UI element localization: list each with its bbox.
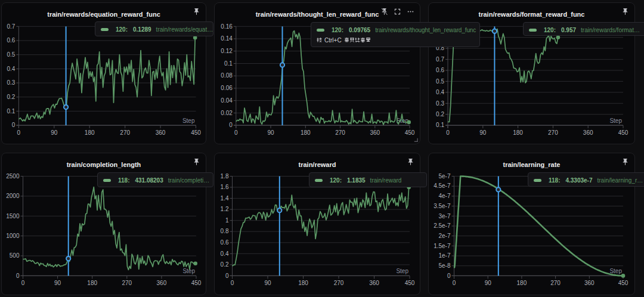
svg-text:0: 0 [229,122,233,128]
svg-text:270: 270 [335,129,345,136]
svg-text:0: 0 [231,280,234,286]
svg-text:2500: 2500 [6,173,20,180]
svg-text:0.2: 0.2 [7,94,15,100]
svg-text:Step: Step [182,117,195,124]
svg-text:0: 0 [225,273,229,279]
svg-text:360: 360 [157,280,167,286]
svg-text:1.5e-7: 1.5e-7 [434,243,451,249]
svg-text:180: 180 [87,280,97,286]
svg-text:360: 360 [584,280,595,286]
svg-text:1e-7: 1e-7 [438,252,450,259]
svg-text:0.02: 0.02 [221,110,233,116]
svg-text:Step: Step [609,268,622,274]
svg-text:1.6: 1.6 [221,184,229,190]
svg-text:0.4: 0.4 [7,66,15,72]
svg-text:450: 450 [191,280,202,286]
svg-text:500: 500 [10,252,20,259]
svg-text:270: 270 [122,280,132,286]
svg-text:0: 0 [446,129,450,136]
svg-text:0.1: 0.1 [7,108,15,115]
svg-text:0.2: 0.2 [221,261,229,268]
svg-text:1000: 1000 [6,233,20,239]
svg-text:0: 0 [453,280,456,286]
svg-text:0.2: 0.2 [436,111,444,117]
svg-text:0.06: 0.06 [221,85,233,91]
svg-text:180: 180 [301,129,311,136]
svg-text:0: 0 [21,280,25,286]
svg-text:0.6: 0.6 [436,67,444,73]
svg-text:90: 90 [51,129,58,136]
svg-text:90: 90 [54,280,61,286]
svg-text:0.12: 0.12 [221,48,233,54]
svg-text:0.7: 0.7 [436,56,444,63]
svg-text:270: 270 [334,280,344,286]
svg-text:0.6: 0.6 [7,37,15,44]
svg-text:180: 180 [85,129,95,136]
svg-text:0.4: 0.4 [436,89,444,95]
svg-text:0.7: 0.7 [7,23,15,30]
svg-text:0.6: 0.6 [221,239,229,246]
svg-text:180: 180 [298,280,308,286]
svg-text:90: 90 [267,129,274,136]
svg-text:360: 360 [156,129,166,136]
svg-text:360: 360 [369,280,379,286]
svg-text:0: 0 [16,273,20,279]
svg-text:450: 450 [618,280,628,286]
svg-text:0.5: 0.5 [436,78,444,85]
svg-text:3.5e-7: 3.5e-7 [434,203,451,209]
svg-text:450: 450 [618,129,628,136]
svg-text:90: 90 [479,129,487,136]
svg-text:0.8: 0.8 [221,228,229,234]
svg-text:0.5: 0.5 [7,51,15,58]
svg-text:1.4: 1.4 [221,195,229,202]
svg-text:0.4: 0.4 [221,250,229,257]
svg-text:360: 360 [370,129,380,136]
svg-text:0.16: 0.16 [221,23,233,30]
svg-text:0.1: 0.1 [224,60,233,67]
svg-text:4.5e-7: 4.5e-7 [434,182,451,189]
svg-text:450: 450 [405,129,415,136]
svg-text:2000: 2000 [6,193,20,199]
svg-text:Step: Step [182,268,195,274]
svg-text:2e-7: 2e-7 [438,233,450,239]
svg-text:180: 180 [517,280,527,286]
svg-text:0.08: 0.08 [221,72,233,79]
svg-text:270: 270 [548,129,558,136]
svg-text:Step: Step [396,268,408,274]
svg-text:0: 0 [12,122,16,128]
svg-text:0: 0 [234,129,238,136]
svg-text:90: 90 [264,280,271,286]
svg-text:0.3: 0.3 [436,100,444,107]
svg-text:270: 270 [550,280,561,286]
svg-text:0.04: 0.04 [221,97,233,104]
svg-text:0: 0 [447,273,451,279]
svg-text:5e-8: 5e-8 [438,262,450,269]
svg-text:2.5e-7: 2.5e-7 [434,222,451,229]
svg-text:1.8: 1.8 [221,173,229,180]
svg-text:0: 0 [17,129,21,136]
svg-text:90: 90 [485,280,492,286]
svg-text:450: 450 [191,129,201,136]
svg-text:4e-7: 4e-7 [438,193,450,199]
svg-text:360: 360 [583,129,593,136]
svg-text:5e-7: 5e-7 [438,173,450,180]
svg-text:1.2: 1.2 [221,206,229,212]
svg-text:180: 180 [513,129,523,136]
svg-text:450: 450 [405,280,415,286]
svg-text:1500: 1500 [6,213,20,219]
svg-text:Step: Step [609,117,622,124]
svg-text:1: 1 [225,217,229,224]
svg-text:3e-7: 3e-7 [438,213,450,219]
svg-text:0.14: 0.14 [221,35,233,42]
svg-text:0.3: 0.3 [7,79,15,86]
svg-text:270: 270 [120,129,130,136]
svg-text:0.1: 0.1 [436,122,444,128]
